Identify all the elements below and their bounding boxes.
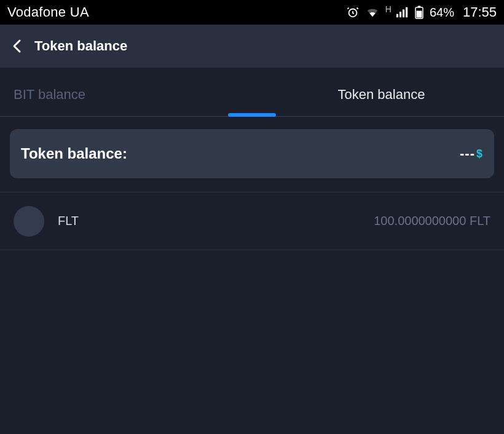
token-avatar — [14, 206, 44, 237]
tab-bar: BIT balance Token balance — [0, 68, 504, 117]
status-icons: H 64% 17:55 — [346, 4, 497, 20]
signal-icon — [395, 6, 409, 19]
clock-time: 17:55 — [463, 4, 497, 20]
tab-indicator — [228, 113, 276, 117]
tab-bit-balance[interactable]: BIT balance — [0, 87, 259, 116]
network-type-label: H — [385, 4, 392, 14]
tab-token-balance[interactable]: Token balance — [259, 87, 504, 116]
token-row[interactable]: FLT 100.0000000000 FLT — [0, 192, 504, 250]
battery-percent: 64% — [430, 6, 454, 20]
token-symbol: FLT — [58, 214, 79, 228]
balance-card-value: --- $ — [460, 146, 483, 162]
token-list: FLT 100.0000000000 FLT — [0, 192, 504, 250]
svg-rect-4 — [406, 7, 408, 18]
balance-value-text: --- — [460, 146, 475, 162]
battery-icon — [415, 6, 423, 19]
back-button[interactable] — [11, 38, 23, 54]
svg-rect-6 — [417, 6, 420, 8]
svg-rect-1 — [396, 14, 398, 18]
app-header: Token balance — [0, 25, 504, 68]
token-amount: 100.0000000000 FLT — [374, 214, 490, 228]
wifi-icon — [366, 6, 379, 19]
svg-rect-2 — [400, 12, 401, 17]
svg-rect-3 — [403, 9, 404, 17]
alarm-icon — [346, 6, 360, 19]
balance-card[interactable]: Token balance: --- $ — [10, 129, 494, 178]
balance-card-wrap: Token balance: --- $ — [0, 117, 504, 178]
svg-rect-7 — [416, 11, 422, 18]
status-bar: Vodafone UA H — [0, 0, 504, 25]
page-title: Token balance — [34, 38, 127, 54]
balance-card-label: Token balance: — [21, 145, 127, 162]
carrier-label: Vodafone UA — [7, 4, 89, 20]
dollar-icon: $ — [476, 148, 483, 160]
